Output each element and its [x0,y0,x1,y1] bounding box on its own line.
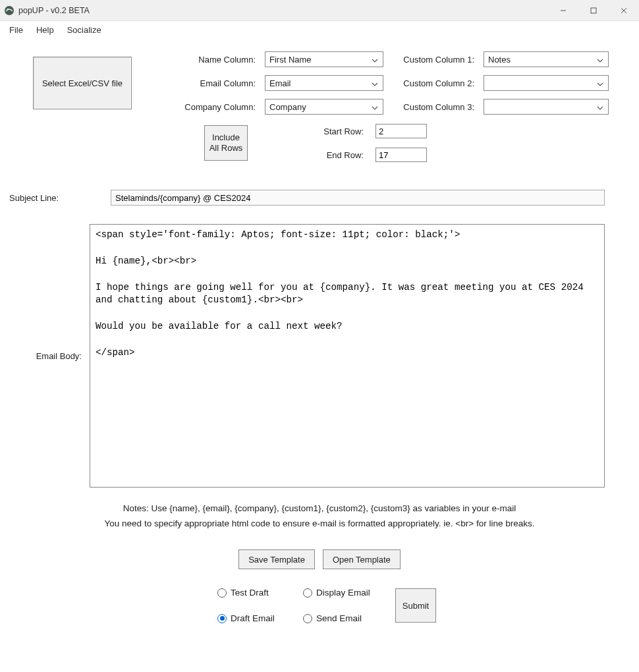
menubar: File Help Socialize [0,21,639,38]
email-column-label: Email Column: [162,78,261,88]
minimize-button[interactable] [548,0,578,20]
open-template-button[interactable]: Open Template [323,549,401,569]
body-textarea[interactable] [90,224,605,488]
window-controls [548,0,639,20]
notes-line-1: Notes: Use {name}, {email}, {company}, {… [7,503,632,513]
end-row-label: End Row: [244,150,375,160]
body-row: Email Body: [7,224,632,488]
column-config-grid: Select Excel/CSV file Name Column: First… [7,51,632,115]
subject-input[interactable] [111,190,605,206]
radio-test-draft[interactable]: Test Draft [217,588,303,598]
menu-file[interactable]: File [3,24,30,36]
svg-rect-3 [591,8,596,13]
custom1-value: Notes [488,55,595,65]
radio-draft-email-label: Draft Email [231,613,275,623]
action-row: Test Draft Display Email Submit Draft Em… [7,588,632,623]
menu-socialize[interactable]: Socialize [61,24,108,36]
include-all-rows-button[interactable]: Include All Rows [204,125,248,161]
radio-display-email-label: Display Email [316,588,370,598]
radio-send-email[interactable]: Send Email [303,613,395,623]
template-buttons: Save Template Open Template [7,549,632,569]
window-title: popUP - v0.2 BETA [18,6,90,15]
notes-block: Notes: Use {name}, {email}, {company}, {… [7,503,632,528]
save-template-button[interactable]: Save Template [238,549,315,569]
name-column-label: Name Column: [162,55,261,65]
maximize-button[interactable] [578,0,609,20]
custom2-label: Custom Column 2: [387,78,480,88]
custom1-label: Custom Column 1: [387,55,480,65]
select-file-button[interactable]: Select Excel/CSV file [33,57,132,109]
email-column-value: Email [269,78,370,88]
custom1-combo[interactable]: Notes [484,51,609,67]
chevron-down-icon [595,102,605,112]
chevron-down-icon [370,55,380,65]
company-column-value: Company [269,102,370,112]
menu-help[interactable]: Help [30,24,61,36]
radio-display-email[interactable]: Display Email [303,588,395,598]
subject-label: Subject Line: [7,193,105,203]
company-column-label: Company Column: [162,102,261,112]
chevron-down-icon [595,55,605,65]
start-row-input[interactable] [375,124,427,138]
row-range-block: Include All Rows Start Row: End Row: [7,124,632,162]
name-column-value: First Name [269,55,370,65]
radio-send-email-label: Send Email [316,613,362,623]
name-column-combo[interactable]: First Name [265,51,383,67]
subject-row: Subject Line: [7,190,632,206]
custom3-combo[interactable] [484,99,609,115]
start-row-label: Start Row: [244,126,375,136]
custom2-combo[interactable] [484,75,609,91]
main-content: Select Excel/CSV file Name Column: First… [0,38,639,630]
radio-draft-email[interactable]: Draft Email [217,613,303,623]
radio-test-draft-label: Test Draft [231,588,269,598]
close-button[interactable] [609,0,639,20]
submit-button[interactable]: Submit [395,588,436,623]
notes-line-2: You need to specify appropriate html cod… [7,518,632,528]
company-column-combo[interactable]: Company [265,99,383,115]
chevron-down-icon [370,78,380,88]
chevron-down-icon [370,102,380,112]
app-icon [4,5,14,16]
email-column-combo[interactable]: Email [265,75,383,91]
titlebar: popUP - v0.2 BETA [0,0,639,21]
chevron-down-icon [595,78,605,88]
end-row-input[interactable] [375,148,427,162]
body-label: Email Body: [7,351,86,361]
svg-point-1 [7,8,9,10]
custom3-label: Custom Column 3: [387,102,480,112]
